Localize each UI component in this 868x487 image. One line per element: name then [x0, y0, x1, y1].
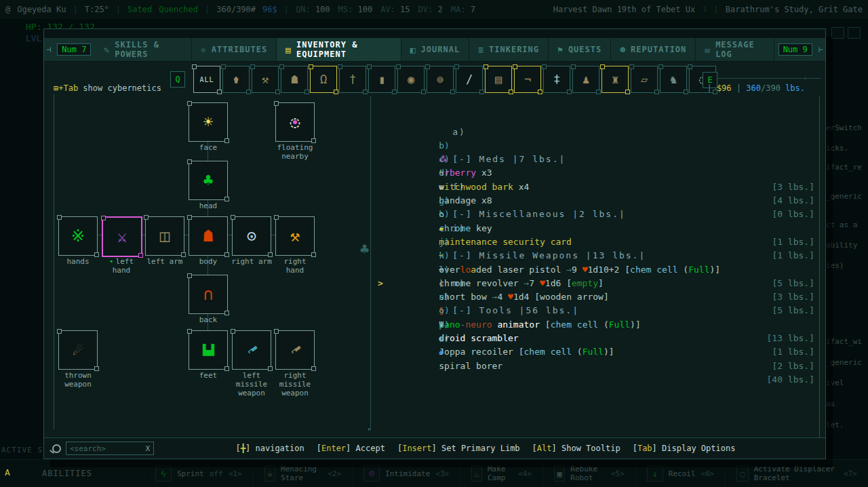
filter-grenade-icon[interactable]: ⊚: [427, 66, 454, 93]
filter-satchel-icon[interactable]: ▤: [485, 66, 512, 93]
item-name: Joppa recoiler [chem cell (Full)]: [439, 347, 614, 357]
slot-thrown-weapon[interactable]: ☄ thrown weapon: [58, 330, 96, 368]
tab-icon: ⚛: [201, 45, 207, 55]
weight-unit: lbs.: [781, 83, 805, 93]
slot-floating-nearby[interactable]: ◌ ● floating nearby: [275, 102, 313, 140]
filter-shackles-icon[interactable]: Ω: [310, 66, 337, 93]
inventory-row[interactable]: c) ϟ witchwood bark x4 [4 lbs.]: [379, 125, 817, 139]
slot-right-hand[interactable]: ⚒ right hand: [275, 216, 313, 254]
inventory-row[interactable]: r) ◈ spiral borer [40 lbs.]: [379, 304, 817, 317]
cybernetics-hint: ⊞+Tab show cybernetics: [54, 83, 161, 93]
inventory-row[interactable]: a) [-] Meds |7 lbs.|: [379, 98, 817, 111]
filter-tablet-icon[interactable]: ▱: [631, 66, 658, 93]
tab-tinkering[interactable]: ≡ TINKERING: [469, 38, 549, 61]
inventory-row[interactable]: l) ) short bow →4 ♥1d4 [wooden arrow] [5…: [379, 235, 817, 249]
filter-boots-icon[interactable]: ♞: [660, 66, 687, 93]
slot-left-hand[interactable]: ⚔ •left hand: [102, 216, 140, 254]
slot-glyph: ▙▟: [203, 345, 214, 355]
tab-bar: ⊣ Num 7 ✎ SKILLS & POWERS ⚛ ATTRIBUTES: [44, 38, 825, 62]
tab-attributes[interactable]: ⚛ ATTRIBUTES: [192, 38, 277, 61]
tab-message-log[interactable]: ✉ MESSAGE LOG: [696, 38, 774, 61]
filter-ammo-icon[interactable]: ▮: [368, 66, 395, 93]
tab-reputation[interactable]: ☻ REPUTATION: [611, 38, 696, 61]
tab-quests[interactable]: ⚑ QUESTS: [549, 38, 611, 61]
tab-label: TINKERING: [489, 45, 539, 54]
abilities-hotkey: A: [5, 467, 10, 478]
slot-left-missile-weapon[interactable]: ⌐▬ left missile weapon: [232, 330, 270, 368]
inventory-row[interactable]: h) ▰ maintenance security card [1 lbs.]: [379, 180, 817, 194]
tab-inventory-equipment[interactable]: ▤ INVENTORY & EQUIPMENT: [277, 38, 401, 61]
cycle-left-key[interactable]: Q: [170, 71, 185, 87]
tabbar-right: Num 9 ⊢: [774, 38, 825, 61]
filter-dagger-icon[interactable]: †: [339, 66, 366, 93]
tab-label: REPUTATION: [631, 45, 686, 54]
tab-label: INVENTORY & EQUIPMENT: [296, 40, 392, 59]
search-input[interactable]: <search> X: [66, 442, 154, 455]
inventory-row[interactable]: j) ⌐ overloaded laser pistol →9 ♥1d10+2 …: [379, 208, 817, 221]
filter-glyph: ▤: [495, 73, 502, 86]
filter-robe-icon[interactable]: ♟: [572, 66, 599, 93]
inventory-row[interactable]: b) ⁂ urberry x3 [3 lbs.]: [379, 111, 817, 125]
filter-sword-icon[interactable]: ‡: [543, 66, 570, 93]
item-weight: [13 lbs.]: [767, 332, 814, 345]
inventory-row[interactable]: i) [-] Missile Weapons |13 lbs.|: [379, 194, 817, 208]
slot-body[interactable]: ☗ body: [189, 216, 226, 254]
filter-glyph: ▮: [378, 73, 385, 86]
inventory-row[interactable]: d) ⊚ bandage x8 [0 lbs.]: [379, 139, 817, 153]
filter-waterskin-icon[interactable]: ⚱: [222, 66, 250, 93]
filter-coin-icon[interactable]: ◉: [397, 66, 425, 93]
key-hint: [╋] navigation: [236, 444, 304, 453]
tab-label: MESSAGE LOG: [715, 40, 765, 59]
filter-glyph: ⚱: [233, 73, 239, 86]
inventory-row[interactable]: g) σ chrome key [1 lbs.]: [379, 166, 817, 180]
key-hint: [Tab] Display Options: [633, 444, 736, 453]
tab-icon: ≡: [478, 45, 484, 55]
slot-label: head: [180, 201, 237, 210]
inventory-row[interactable]: p) ◎ Joppa recoiler [chem cell (Full)] […: [379, 290, 817, 304]
tab-label: JOURNAL: [421, 45, 460, 54]
tab-icon: ✎: [104, 45, 110, 55]
slot-glyph: ⚔: [117, 229, 127, 245]
filter-axe-icon[interactable]: ⚒: [252, 66, 279, 93]
slot-back[interactable]: ∩ back: [189, 275, 226, 313]
slot-right-arm[interactable]: ⊙ right arm: [232, 216, 270, 254]
tab-label: SKILLS & POWERS: [115, 40, 182, 59]
search-clear-button[interactable]: X: [145, 444, 150, 453]
inventory-row[interactable]: m) [-] Tools |56 lbs.|: [379, 249, 817, 262]
row-hotkey-letter: r): [439, 332, 457, 345]
slot-glyph: ⌐▬: [245, 343, 258, 356]
filter-all[interactable]: ALL: [193, 66, 220, 93]
inventory-row[interactable]: k) ⌐ chrome revolver →7 ♥1d6 [empty] [3 …: [379, 222, 817, 235]
filter-all-label: ALL: [199, 76, 214, 83]
tab-nav-right-icon[interactable]: ⊢: [816, 38, 825, 61]
slot-glyph: ⚒: [290, 228, 300, 244]
tab-icon: ◧: [410, 45, 416, 55]
weight-current: 360: [746, 83, 761, 93]
filter-wand-icon[interactable]: /: [456, 66, 483, 93]
filter-armor-icon[interactable]: ☗: [281, 66, 308, 93]
slot-hands[interactable]: ※ hands: [58, 216, 96, 254]
hint-key: Alt: [537, 444, 552, 453]
slot-left-arm[interactable]: ◫ left arm: [145, 216, 183, 254]
filter-glyph: ▱: [641, 73, 648, 86]
inventory-row[interactable]: > n) § nano-neuro animator [chem cell (F…: [379, 263, 817, 277]
slot-head[interactable]: ♣ head: [189, 161, 226, 199]
tabs: ✎ SKILLS & POWERS ⚛ ATTRIBUTES ▤ INVENTO…: [95, 38, 774, 61]
tab-icon: ✉: [705, 45, 711, 55]
slot-face[interactable]: ☀ face: [189, 102, 226, 140]
primary-limb-dot: •: [109, 257, 114, 266]
item-weight: [1 lbs.]: [772, 345, 814, 359]
filter-hookah-icon[interactable]: ♜: [601, 66, 629, 93]
game-screen: @ Ogeyeda Ku | T:25° | Sated Quenched | …: [0, 0, 868, 487]
inventory-row[interactable]: f) [-] Miscellaneous |2 lbs.|: [379, 153, 817, 166]
slot-right-missile-weapon[interactable]: ⌐▬ right missile weapon: [275, 330, 313, 368]
filter-pistol-icon[interactable]: ⌐: [514, 66, 541, 93]
tab-journal[interactable]: ◧ JOURNAL: [401, 38, 469, 61]
filter-glyph: ‡: [553, 73, 560, 86]
slot-feet[interactable]: ▙▟ feet: [189, 330, 226, 368]
hint-label: navigation: [255, 444, 304, 453]
tab-skills-powers[interactable]: ✎ SKILLS & POWERS: [95, 38, 192, 61]
inventory-row[interactable]: o) Ψ droid scrambler [1 lbs.]: [379, 277, 817, 290]
tab-nav-left-icon[interactable]: ⊣: [44, 38, 53, 61]
hint-key: ╋: [241, 444, 245, 453]
